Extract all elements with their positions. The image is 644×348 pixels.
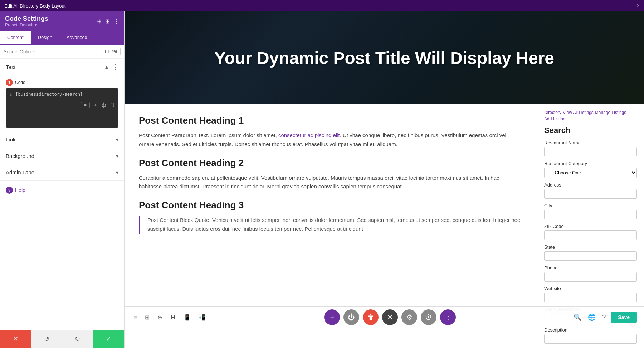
toolbar-right: 🔍 🌐 ? Save <box>572 312 637 323</box>
undo-button[interactable]: ↺ <box>31 330 62 348</box>
save-button[interactable]: Save <box>611 312 637 323</box>
sidebar-header-info: Code Settings Preset: Default ▾ <box>5 15 48 28</box>
phone-input[interactable] <box>544 272 637 282</box>
mobile-icon[interactable]: 📲 <box>196 312 208 323</box>
zip-input[interactable] <box>544 230 637 240</box>
delete-button[interactable]: 🗑 <box>363 309 379 325</box>
article-para-2: Curabitur a commodo sapien, at pellentes… <box>139 174 522 192</box>
crosshair-icon[interactable]: ⊕ <box>155 312 164 323</box>
main-content: Your Dynamic Post Title Will Display Her… <box>125 11 644 348</box>
link-section[interactable]: Link ▾ <box>0 131 124 148</box>
sidebar-header: Code Settings Preset: Default ▾ ⊕ ⊞ ⋮ <box>0 11 124 31</box>
city-input[interactable] <box>544 210 637 219</box>
article-heading-2: Post Content Heading 2 <box>139 158 522 169</box>
text-section: Text ▲ ⋮ 1 Code 1 [business <box>0 59 124 131</box>
section-header-right: ▲ ⋮ <box>104 63 118 71</box>
sidebar-header-title: Code Settings <box>5 15 48 23</box>
sidebar-tabs: Content Design Advanced <box>0 31 124 45</box>
layout-icon[interactable]: ⊞ <box>105 18 110 25</box>
top-bar-title: Edit All Directory Body Layout <box>4 3 65 9</box>
hero-title: Your Dynamic Post Title Will Display Her… <box>200 48 569 68</box>
background-section-title: Background <box>6 153 34 159</box>
power-button[interactable]: ⏻ <box>343 309 359 325</box>
sidebar-search-bar: + Filter <box>0 45 124 59</box>
sidebar-bottom-buttons: ✕ ↺ ↻ ✓ <box>0 330 124 348</box>
text-section-header[interactable]: Text ▲ ⋮ <box>0 59 124 75</box>
background-chevron: ▾ <box>116 153 118 159</box>
search-title: Search <box>544 126 637 135</box>
admin-label-chevron: ▾ <box>116 170 118 175</box>
admin-label-section[interactable]: Admin Label ▾ <box>0 164 124 181</box>
sidebar: Code Settings Preset: Default ▾ ⊕ ⊞ ⋮ Co… <box>0 11 125 348</box>
text-section-menu[interactable]: ⋮ <box>112 63 118 71</box>
sort-button[interactable]: ↕ <box>440 309 456 325</box>
article-link[interactable]: consectetur adipiscing elit <box>278 132 340 138</box>
toolbar-left: ≡ ⊞ ⊕ 🖥 📱 📲 <box>132 312 208 323</box>
address-label: Address <box>544 182 637 188</box>
sidebar-content: Text ▲ ⋮ 1 Code 1 [business <box>0 59 124 330</box>
add-button[interactable]: + <box>324 309 340 325</box>
add-code-icon[interactable]: + <box>94 102 97 108</box>
code-label: 1 Code <box>6 79 118 86</box>
power-icon[interactable]: ⏻ <box>101 102 106 108</box>
grid-icon[interactable]: ⊞ <box>143 312 152 323</box>
website-input[interactable] <box>544 293 637 302</box>
tablet-icon[interactable]: 📱 <box>181 312 193 323</box>
more-icon[interactable]: ⋮ <box>113 18 119 25</box>
zip-label: ZIP Code <box>544 224 637 229</box>
line-number: 1 <box>9 92 12 97</box>
close-button[interactable]: ✕ <box>382 309 398 325</box>
toolbar-center: + ⏻ 🗑 ✕ ⚙ ⏱ ↕ <box>324 309 456 325</box>
directory-links: Directory View All Listings Manage Listi… <box>544 110 637 121</box>
city-label: City <box>544 203 637 208</box>
directory-link-all[interactable]: View All Listings <box>563 110 594 115</box>
restaurant-name-input[interactable] <box>544 147 637 156</box>
sidebar-preset-label[interactable]: Preset: Default ▾ <box>5 23 48 28</box>
timer-button[interactable]: ⏱ <box>421 309 436 325</box>
badge-1: 1 <box>6 79 13 86</box>
search-options-input[interactable] <box>4 49 101 54</box>
description-input[interactable] <box>544 334 637 344</box>
close-icon[interactable]: × <box>636 3 640 9</box>
state-label: State <box>544 244 637 250</box>
globe-icon-btn[interactable]: 🌐 <box>586 312 597 323</box>
help-icon: ? <box>6 187 13 194</box>
tab-advanced[interactable]: Advanced <box>59 31 94 45</box>
directory-link-add[interactable]: Add Listing <box>544 116 565 121</box>
state-input[interactable] <box>544 251 637 261</box>
confirm-button[interactable]: ✓ <box>93 330 124 348</box>
help-icon-btn[interactable]: ? <box>601 312 607 323</box>
restaurant-category-select[interactable]: — Choose One — <box>544 168 637 178</box>
ai-button[interactable]: AI <box>81 102 89 108</box>
website-label: Website <box>544 286 637 291</box>
hero-section: Your Dynamic Post Title Will Display Her… <box>125 11 644 104</box>
directory-link-manage[interactable]: Manage Listings <box>595 110 626 115</box>
target-icon[interactable]: ⊕ <box>97 18 102 25</box>
help-button[interactable]: ? Help <box>0 181 124 199</box>
cancel-button[interactable]: ✕ <box>0 330 31 348</box>
article-para-1: Post Content Paragraph Text. Lorem ipsum… <box>139 131 522 149</box>
text-section-title: Text <box>6 64 16 70</box>
sidebar-header-icons: ⊕ ⊞ ⋮ <box>97 18 119 25</box>
restaurant-name-label: Restaurant Name <box>544 140 637 145</box>
main-layout: Code Settings Preset: Default ▾ ⊕ ⊞ ⋮ Co… <box>0 11 644 348</box>
article-heading-3: Post Content Heading 3 <box>139 200 522 211</box>
desktop-icon[interactable]: 🖥 <box>168 312 178 323</box>
tab-design[interactable]: Design <box>31 31 59 45</box>
settings-button[interactable]: ⚙ <box>401 309 417 325</box>
directory-link-directory[interactable]: Directory <box>544 110 561 115</box>
sort-icon[interactable]: ⇅ <box>111 102 115 108</box>
redo-button[interactable]: ↻ <box>62 330 93 348</box>
code-line-1: 1 [businessdirectory-search] <box>9 92 115 97</box>
code-editor[interactable]: 1 [businessdirectory-search] AI + ⏻ ⇅ <box>6 88 118 128</box>
restaurant-category-label: Restaurant Category <box>544 161 637 166</box>
address-input[interactable] <box>544 189 637 199</box>
search-icon-btn[interactable]: 🔍 <box>572 312 583 323</box>
link-chevron: ▾ <box>116 137 118 143</box>
bottom-toolbar: ≡ ⊞ ⊕ 🖥 📱 📲 + ⏻ 🗑 ✕ ⚙ ⏱ ↕ 🔍 🌐 ? Save <box>125 306 644 328</box>
tab-content[interactable]: Content <box>0 31 31 45</box>
filter-button[interactable]: + Filter <box>101 48 121 55</box>
admin-label-title: Admin Label <box>6 169 35 175</box>
hamburger-icon[interactable]: ≡ <box>132 312 139 323</box>
background-section[interactable]: Background ▾ <box>0 148 124 164</box>
